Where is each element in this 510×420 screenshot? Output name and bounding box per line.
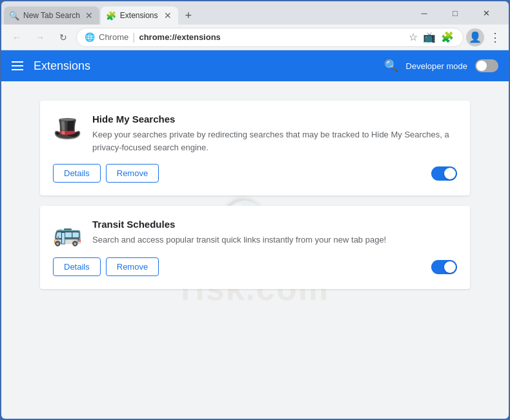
- card-top-hide-my-searches: 🎩 Hide My Searches Keep your searches pr…: [53, 114, 457, 154]
- address-divider: |: [132, 32, 135, 43]
- card-bottom-hide-my-searches: Details Remove: [53, 164, 457, 183]
- window-controls: ─ □ ✕: [407, 1, 504, 25]
- tab-extensions-icon: 🧩: [106, 11, 116, 21]
- refresh-button[interactable]: ↻: [53, 27, 74, 48]
- tab-extensions-title: Extensions: [120, 11, 159, 20]
- transit-schedules-description: Search and access popular transit quick …: [92, 234, 457, 246]
- hamburger-line-2: [12, 65, 23, 66]
- extensions-header-left: Extensions: [12, 59, 90, 73]
- transit-schedules-info: Transit Schedules Search and access popu…: [92, 219, 457, 246]
- developer-mode-toggle[interactable]: [475, 59, 498, 72]
- hide-my-searches-title: Hide My Searches: [92, 114, 457, 125]
- developer-mode-label: Developer mode: [406, 61, 467, 71]
- minimize-button[interactable]: ─: [409, 1, 439, 25]
- browser-menu-button[interactable]: ⋮: [487, 28, 504, 47]
- transit-schedules-title: Transit Schedules: [92, 219, 457, 230]
- transit-schedules-toggle[interactable]: [431, 260, 457, 274]
- new-tab-button[interactable]: +: [179, 6, 198, 25]
- close-button[interactable]: ✕: [471, 1, 501, 25]
- address-right-icons: ☆ 📺 🧩: [407, 30, 455, 45]
- browser-window: 🔍 New Tab Search ✕ 🧩 Extensions ✕ + ─ □ …: [0, 0, 510, 420]
- hide-my-searches-remove-button[interactable]: Remove: [106, 164, 159, 183]
- hamburger-line-1: [12, 61, 23, 63]
- hide-my-searches-info: Hide My Searches Keep your searches priv…: [92, 114, 457, 154]
- tab-new-tab-search-icon: 🔍: [9, 11, 19, 21]
- transit-schedules-icon: 🚌: [53, 220, 82, 247]
- hide-my-searches-description: Keep your searches private by redirectin…: [92, 128, 457, 154]
- nav-bar: ← → ↻ 🌐 Chrome | chrome://extensions ☆ 📺…: [1, 25, 509, 50]
- address-chrome-label: Chrome: [99, 32, 128, 42]
- cast-icon[interactable]: 📺: [422, 30, 437, 45]
- extension-card-hide-my-searches: 🎩 Hide My Searches Keep your searches pr…: [40, 101, 470, 195]
- tab-new-tab-search[interactable]: 🔍 New Tab Search ✕: [4, 6, 99, 25]
- transit-schedules-remove-button[interactable]: Remove: [106, 257, 159, 276]
- profile-avatar[interactable]: 👤: [466, 28, 484, 46]
- hamburger-menu-button[interactable]: [12, 61, 23, 70]
- card-bottom-transit-schedules: Details Remove: [53, 257, 457, 276]
- main-content: 🔍 risk.com 🎩 Hide My Searches Keep your …: [1, 81, 509, 419]
- extension-icon[interactable]: 🧩: [440, 30, 455, 45]
- maximize-button[interactable]: □: [440, 1, 470, 25]
- address-url: chrome://extensions: [139, 32, 220, 42]
- address-globe-icon: 🌐: [85, 32, 95, 42]
- forward-button[interactable]: →: [30, 27, 50, 48]
- back-button[interactable]: ←: [6, 27, 27, 48]
- tabs-area: 🔍 New Tab Search ✕ 🧩 Extensions ✕ +: [1, 1, 407, 25]
- card-top-transit-schedules: 🚌 Transit Schedules Search and access po…: [53, 219, 457, 247]
- transit-schedules-actions: Details Remove: [53, 257, 159, 276]
- extensions-header-right: 🔍 Developer mode: [384, 59, 498, 73]
- hamburger-line-3: [12, 69, 23, 70]
- tab-extensions[interactable]: 🧩 Extensions ✕: [101, 6, 178, 25]
- tab-extensions-close[interactable]: ✕: [163, 10, 173, 21]
- tab-new-tab-search-title: New Tab Search: [23, 11, 80, 20]
- extensions-header: Extensions 🔍 Developer mode: [1, 50, 509, 81]
- title-bar: 🔍 New Tab Search ✕ 🧩 Extensions ✕ + ─ □ …: [1, 1, 509, 25]
- tab-new-tab-search-close[interactable]: ✕: [84, 10, 94, 21]
- hide-my-searches-icon: 🎩: [53, 115, 82, 142]
- extension-card-transit-schedules: 🚌 Transit Schedules Search and access po…: [40, 206, 470, 289]
- hide-my-searches-actions: Details Remove: [53, 164, 159, 183]
- bookmark-icon[interactable]: ☆: [407, 30, 419, 45]
- hide-my-searches-toggle[interactable]: [431, 166, 457, 181]
- hide-my-searches-details-button[interactable]: Details: [53, 164, 101, 183]
- address-bar[interactable]: 🌐 Chrome | chrome://extensions ☆ 📺 🧩: [76, 28, 464, 47]
- extensions-search-icon[interactable]: 🔍: [384, 59, 398, 73]
- transit-schedules-details-button[interactable]: Details: [53, 257, 101, 276]
- extensions-page-title: Extensions: [34, 59, 90, 73]
